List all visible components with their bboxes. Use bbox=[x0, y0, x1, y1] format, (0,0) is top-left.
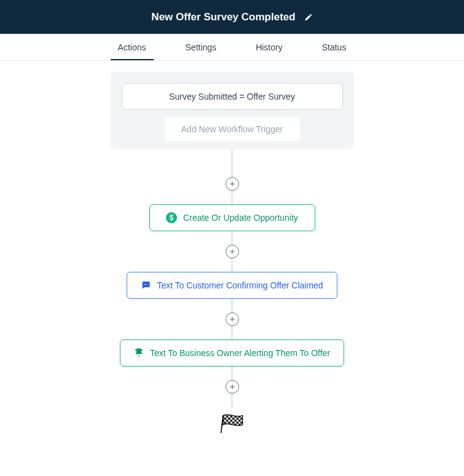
connector bbox=[226, 367, 239, 407]
connector-line bbox=[232, 367, 232, 380]
svg-point-0 bbox=[144, 284, 145, 284]
action-card[interactable]: $ Create Or Update Opportunity bbox=[149, 204, 315, 231]
add-step-icon[interactable] bbox=[226, 177, 239, 191]
connector-line bbox=[232, 394, 232, 407]
add-step-icon[interactable] bbox=[226, 312, 239, 326]
tab-status[interactable]: Status bbox=[321, 35, 348, 60]
tab-settings[interactable]: Settings bbox=[184, 35, 218, 60]
page-header: New Offer Survey Completed bbox=[0, 0, 464, 34]
finish-flag-icon bbox=[220, 413, 245, 437]
connector bbox=[226, 231, 239, 272]
svg-point-1 bbox=[146, 284, 146, 284]
svg-point-2 bbox=[147, 284, 147, 284]
tab-history[interactable]: History bbox=[254, 35, 284, 60]
add-step-icon[interactable] bbox=[226, 380, 239, 394]
action-card[interactable]: Text To Business Owner Alerting Them To … bbox=[120, 339, 344, 367]
workflow-title: New Offer Survey Completed bbox=[151, 11, 295, 23]
tabs-bar: Actions Settings History Status bbox=[0, 34, 464, 61]
trigger-chip[interactable]: Survey Submitted = Offer Survey bbox=[122, 83, 343, 110]
edit-title-icon[interactable] bbox=[304, 13, 313, 22]
action-label: Create Or Update Opportunity bbox=[183, 213, 298, 223]
dollar-icon: $ bbox=[166, 212, 177, 223]
tab-actions[interactable]: Actions bbox=[117, 35, 147, 60]
chat-icon bbox=[141, 280, 151, 292]
connector bbox=[226, 149, 239, 204]
connector-line bbox=[232, 326, 232, 339]
bell-icon bbox=[134, 347, 144, 359]
trigger-box: Survey Submitted = Offer Survey Add New … bbox=[111, 72, 354, 149]
connector-line bbox=[232, 258, 232, 272]
connector-line bbox=[232, 231, 232, 245]
add-trigger-button[interactable]: Add New Workflow Trigger bbox=[165, 117, 300, 141]
workflow-canvas: Survey Submitted = Offer Survey Add New … bbox=[0, 61, 464, 437]
connector bbox=[226, 299, 239, 339]
action-label: Text To Business Owner Alerting Them To … bbox=[150, 348, 330, 358]
connector-line bbox=[232, 149, 232, 177]
action-card[interactable]: Text To Customer Confirming Offer Claime… bbox=[127, 272, 337, 299]
connector-line bbox=[232, 299, 232, 312]
action-label: Text To Customer Confirming Offer Claime… bbox=[157, 280, 323, 290]
connector-line bbox=[232, 191, 232, 204]
add-step-icon[interactable] bbox=[226, 245, 239, 258]
